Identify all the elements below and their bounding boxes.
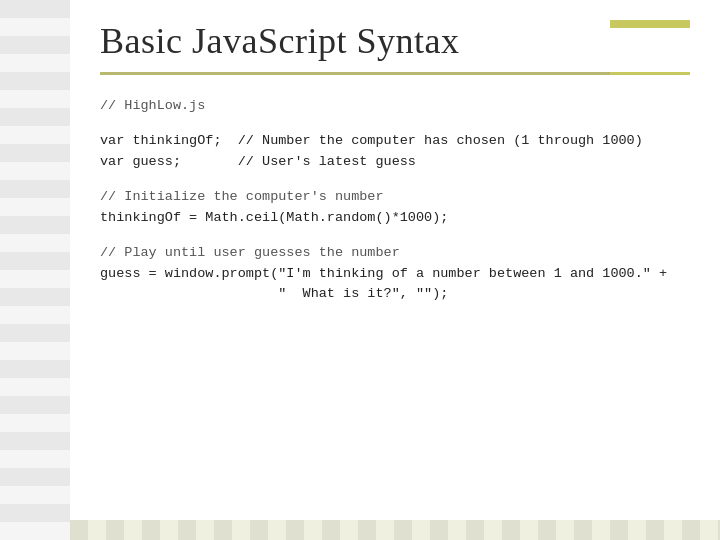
code-line-prompt2: " What is it?", ""); — [100, 284, 690, 305]
title-divider — [100, 72, 690, 75]
code-comment-1: // HighLow.js — [100, 98, 205, 113]
code-section-4: // Play until user guesses the number gu… — [100, 243, 690, 306]
title-accent-bar — [610, 20, 690, 28]
code-line-init: thinkingOf = Math.ceil(Math.random()*100… — [100, 208, 690, 229]
main-content: Basic JavaScript Syntax // HighLow.js va… — [70, 0, 720, 540]
code-comment-4: // Play until user guesses the number — [100, 243, 690, 264]
title-divider-accent — [610, 72, 690, 75]
code-section-3: // Initialize the computer's number thin… — [100, 187, 690, 229]
code-area: // HighLow.js var thinkingOf; // Number … — [70, 75, 720, 520]
code-line-var1: var thinkingOf; // Number the computer h… — [100, 131, 690, 152]
left-decorative-column — [0, 0, 70, 540]
title-area: Basic JavaScript Syntax — [70, 0, 720, 72]
code-section-1: // HighLow.js — [100, 95, 690, 117]
code-comment-3: // Initialize the computer's number — [100, 187, 690, 208]
code-line-var2: var guess; // User's latest guess — [100, 152, 690, 173]
slide-container: Basic JavaScript Syntax // HighLow.js va… — [0, 0, 720, 540]
code-line-prompt1: guess = window.prompt("I'm thinking of a… — [100, 264, 690, 285]
slide-title: Basic JavaScript Syntax — [100, 20, 690, 62]
bottom-decorative-bar — [70, 520, 720, 540]
code-section-2: var thinkingOf; // Number the computer h… — [100, 131, 690, 173]
